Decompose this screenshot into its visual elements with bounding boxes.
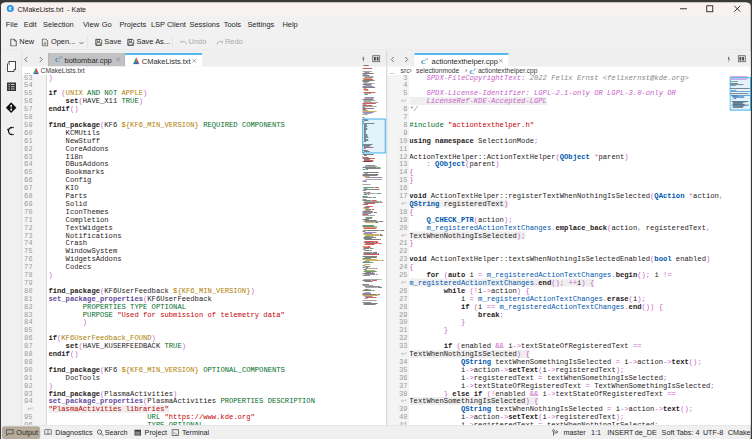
svg-text:C: C xyxy=(421,57,426,65)
svg-text:C: C xyxy=(55,55,60,63)
